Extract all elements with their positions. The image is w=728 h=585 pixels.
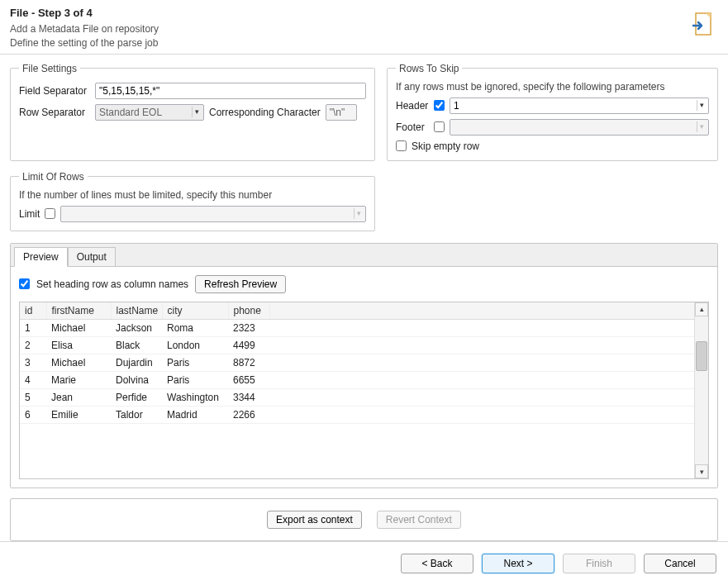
footer-label: Footer <box>396 121 429 133</box>
corresponding-character-input <box>326 104 357 121</box>
table-cell: Michael <box>46 319 111 336</box>
scroll-up-icon[interactable]: ▴ <box>695 302 708 316</box>
table-cell: Taldor <box>111 406 162 423</box>
table-cell: Jean <box>46 388 111 406</box>
rows-to-skip-group: Rows To Skip If any rows must be ignored… <box>387 63 718 161</box>
table-cell: 4499 <box>228 336 269 354</box>
cancel-button[interactable]: Cancel <box>644 554 716 573</box>
table-row[interactable]: 4MarieDolvinaParis6655 <box>20 371 708 388</box>
back-button[interactable]: < Back <box>401 554 473 573</box>
preview-table: id firstName lastName city phone 1Michae… <box>19 302 709 479</box>
row-separator-select[interactable] <box>95 104 204 121</box>
table-row[interactable]: 5JeanPerfideWashington3344 <box>20 388 708 406</box>
table-cell: 3 <box>20 354 46 371</box>
wizard-title: File - Step 3 of 4 <box>10 7 718 19</box>
table-cell: 1 <box>20 319 46 336</box>
tab-preview[interactable]: Preview <box>14 247 68 267</box>
table-cell: 2 <box>20 336 46 354</box>
limit-hint: If the number of lines must be limited, … <box>19 189 366 201</box>
revert-context-button[interactable]: Revert Context <box>377 511 461 529</box>
column-header[interactable]: firstName <box>46 302 111 320</box>
file-settings-legend: File Settings <box>19 63 80 74</box>
table-cell: 4 <box>20 371 46 388</box>
table-cell: London <box>162 336 228 354</box>
column-header[interactable]: id <box>20 302 46 320</box>
table-row[interactable]: 3MichaelDujardinParis8872 <box>20 354 708 371</box>
next-button[interactable]: Next > <box>482 554 554 573</box>
header-label: Header <box>396 100 429 112</box>
field-separator-label: Field Separator <box>19 85 90 97</box>
column-header[interactable]: phone <box>228 302 269 320</box>
table-row[interactable]: 6EmilieTaldorMadrid2266 <box>20 406 708 423</box>
limit-of-rows-group: Limit Of Rows If the number of lines mus… <box>10 171 375 231</box>
finish-button: Finish <box>563 554 635 573</box>
table-cell: Perfide <box>111 388 162 406</box>
table-cell: Madrid <box>162 406 228 423</box>
wizard-header: File - Step 3 of 4 Add a Metadata File o… <box>0 0 728 55</box>
vertical-scrollbar[interactable]: ▴ ▾ <box>694 302 708 478</box>
table-row[interactable]: 2ElisaBlackLondon4499 <box>20 336 708 354</box>
table-cell: 3344 <box>228 388 269 406</box>
field-separator-input[interactable] <box>95 83 366 99</box>
scrollbar-thumb[interactable] <box>696 341 707 371</box>
limit-label: Limit <box>19 208 40 220</box>
rows-to-skip-legend: Rows To Skip <box>396 63 462 74</box>
column-header[interactable]: city <box>162 302 228 320</box>
limit-checkbox[interactable] <box>45 208 55 219</box>
preview-output-tabs: Preview Output Set heading row as column… <box>10 243 718 488</box>
wizard-subtitle-1: Add a Metadata File on repository <box>10 22 718 36</box>
limit-legend: Limit Of Rows <box>19 171 88 183</box>
table-cell: Marie <box>46 371 111 388</box>
export-as-context-button[interactable]: Export as context <box>267 511 362 529</box>
table-cell: Black <box>111 336 162 354</box>
table-cell: Dujardin <box>111 354 162 371</box>
skip-empty-label: Skip empty row <box>412 140 479 152</box>
footer-value-input <box>450 119 709 136</box>
wizard-subtitle-2: Define the setting of the parse job <box>10 36 718 50</box>
wizard-footer: < Back Next > Finish Cancel <box>0 541 728 585</box>
set-heading-checkbox[interactable] <box>19 278 30 289</box>
table-cell: Dolvina <box>111 371 162 388</box>
import-file-icon <box>690 12 716 38</box>
table-cell: 6655 <box>228 371 269 388</box>
table-cell: Roma <box>162 319 228 336</box>
table-cell: Paris <box>162 371 228 388</box>
column-header <box>269 302 708 320</box>
set-heading-label: Set heading row as column names <box>36 278 188 290</box>
context-export-panel: Export as context Revert Context <box>10 498 718 541</box>
column-header[interactable]: lastName <box>111 302 162 320</box>
corresponding-character-label: Corresponding Character <box>209 107 321 118</box>
header-checkbox[interactable] <box>434 100 445 111</box>
limit-value-input <box>60 206 366 222</box>
table-cell: 6 <box>20 406 46 423</box>
scroll-down-icon[interactable]: ▾ <box>695 464 708 478</box>
table-cell: Michael <box>46 354 111 371</box>
table-cell: 8872 <box>228 354 269 371</box>
refresh-preview-button[interactable]: Refresh Preview <box>195 275 286 293</box>
table-cell: Washington <box>162 388 228 406</box>
row-separator-label: Row Separator <box>19 107 90 118</box>
table-cell: Jackson <box>111 319 162 336</box>
file-settings-group: File Settings Field Separator Row Separa… <box>10 63 375 161</box>
table-cell: Paris <box>162 354 228 371</box>
tab-output[interactable]: Output <box>68 247 116 266</box>
table-cell: Emilie <box>46 406 111 423</box>
skip-empty-checkbox[interactable] <box>396 140 407 151</box>
table-cell: Elisa <box>46 336 111 354</box>
header-value-input[interactable] <box>450 98 709 114</box>
table-cell: 2323 <box>228 319 269 336</box>
svg-rect-0 <box>696 13 711 35</box>
footer-checkbox[interactable] <box>434 121 445 132</box>
rows-to-skip-hint: If any rows must be ignored, specify the… <box>396 81 709 93</box>
table-cell: 2266 <box>228 406 269 423</box>
table-row[interactable]: 1MichaelJacksonRoma2323 <box>20 319 708 336</box>
table-cell: 5 <box>20 388 46 406</box>
